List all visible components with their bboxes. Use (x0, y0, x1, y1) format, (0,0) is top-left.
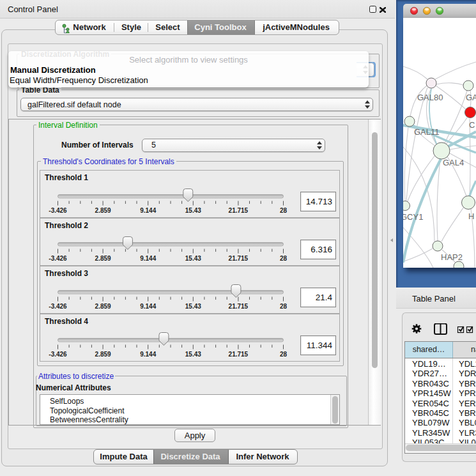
svg-text:C: C (469, 120, 475, 130)
svg-text:GCY1: GCY1 (403, 212, 423, 222)
svg-text:2.859: 2.859 (95, 351, 111, 358)
svg-text:15.43: 15.43 (185, 351, 201, 358)
svg-text:GAL4: GAL4 (443, 158, 464, 167)
svg-text:21.715: 21.715 (229, 255, 249, 262)
svg-text:H: H (468, 211, 474, 221)
svg-text:2.859: 2.859 (95, 303, 111, 310)
svg-text:21.715: 21.715 (229, 351, 249, 358)
svg-text:-3.426: -3.426 (49, 255, 67, 262)
svg-text:15.43: 15.43 (185, 303, 201, 310)
svg-text:9.144: 9.144 (140, 207, 156, 214)
svg-text:GAL80: GAL80 (417, 93, 443, 102)
svg-text:21.715: 21.715 (229, 303, 249, 310)
svg-text:2.859: 2.859 (95, 255, 111, 262)
svg-text:9.144: 9.144 (140, 303, 156, 310)
svg-text:9.144: 9.144 (140, 255, 156, 262)
svg-text:21.715: 21.715 (229, 207, 249, 214)
svg-text:28: 28 (280, 207, 288, 214)
svg-text:HAP2: HAP2 (441, 252, 463, 262)
svg-text:9.144: 9.144 (140, 351, 156, 358)
svg-text:28: 28 (280, 303, 288, 310)
svg-text:15.43: 15.43 (185, 207, 201, 214)
svg-text:-3.426: -3.426 (49, 351, 67, 358)
svg-text:-3.426: -3.426 (49, 303, 67, 310)
svg-text:2.859: 2.859 (95, 207, 111, 214)
svg-text:GA: GA (466, 93, 476, 102)
svg-text:28: 28 (280, 255, 288, 262)
svg-text:28: 28 (280, 351, 288, 358)
svg-text:GAL11: GAL11 (414, 127, 440, 137)
svg-text:15.43: 15.43 (185, 255, 201, 262)
svg-text:-3.426: -3.426 (49, 207, 67, 214)
